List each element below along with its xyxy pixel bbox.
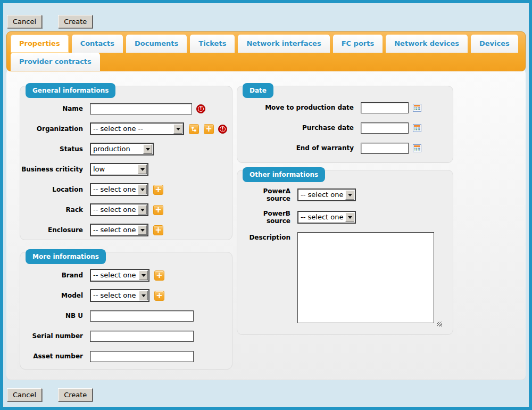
location-label: Location <box>20 186 90 193</box>
enclosure-label: Enclosure <box>20 226 90 234</box>
left-column: General informations Name ! Organization… <box>20 86 232 370</box>
general-informations-title: General informations <box>26 83 115 98</box>
dropdown-arrow-icon[interactable] <box>139 291 148 300</box>
general-informations-fieldset: General informations Name ! Organization… <box>20 86 232 240</box>
date-picker-button[interactable] <box>413 124 421 132</box>
model-select[interactable]: -- select one -- <box>90 289 149 302</box>
powerb-source-select[interactable]: -- select one -- <box>297 211 356 224</box>
add-location-button[interactable]: + <box>153 185 163 195</box>
tab-provider-contracts[interactable]: Provider contracts <box>11 53 100 71</box>
tab-properties[interactable]: Properties <box>11 35 69 53</box>
create-button[interactable]: Create <box>58 15 93 28</box>
validation-error-icon: ! <box>196 104 205 113</box>
calendar-icon <box>413 104 421 112</box>
bottom-action-bar: Cancel Create <box>7 388 529 401</box>
dropdown-arrow-icon[interactable] <box>138 225 147 235</box>
tab-contacts[interactable]: Contacts <box>72 35 123 53</box>
add-organization-button[interactable]: + <box>204 124 214 134</box>
description-label: Description <box>237 232 297 241</box>
date-picker-button[interactable] <box>413 144 421 152</box>
tab-bar: Properties Contacts Documents Tickets Ne… <box>6 31 526 71</box>
cancel-button[interactable]: Cancel <box>7 388 42 401</box>
date-picker-button[interactable] <box>413 104 421 112</box>
dropdown-arrow-icon[interactable] <box>345 190 354 200</box>
calendar-icon <box>413 124 421 132</box>
validation-error-icon: ! <box>218 125 227 134</box>
status-label: Status <box>20 145 90 153</box>
add-enclosure-button[interactable]: + <box>153 225 163 235</box>
other-informations-fieldset: Other informations PowerA source -- sele… <box>237 170 453 335</box>
dropdown-arrow-icon[interactable] <box>138 185 147 194</box>
itop-create-window: Cancel Create Properties Contacts Docume… <box>0 0 532 410</box>
cancel-button[interactable]: Cancel <box>7 15 42 28</box>
tab-network-devices[interactable]: Network devices <box>386 35 468 53</box>
add-model-button[interactable]: + <box>154 291 164 301</box>
more-informations-fieldset: More informations Brand -- select one --… <box>20 252 232 370</box>
dropdown-arrow-icon[interactable] <box>138 165 147 174</box>
field-row-purchase-date: Purchase date <box>237 121 453 134</box>
field-row-brand: Brand -- select one -- + <box>20 269 232 282</box>
calendar-icon <box>413 144 421 152</box>
dropdown-arrow-icon[interactable] <box>139 270 148 280</box>
dropdown-arrow-icon[interactable] <box>345 212 354 222</box>
asset-number-input[interactable] <box>90 351 194 362</box>
move-to-production-date-input[interactable] <box>361 102 409 113</box>
tab-row: Properties Contacts Documents Tickets Ne… <box>11 35 522 71</box>
right-column: Date Move to production date Pur <box>237 86 453 335</box>
description-textarea[interactable] <box>297 232 434 323</box>
dropdown-arrow-icon[interactable] <box>138 205 147 215</box>
tab-tickets[interactable]: Tickets <box>190 35 235 53</box>
asset-number-label: Asset number <box>20 352 90 360</box>
create-button[interactable]: Create <box>58 388 93 401</box>
powera-source-label: PowerA source <box>237 187 297 202</box>
serial-number-label: Serial number <box>20 332 90 340</box>
field-row-nb-u: NB U <box>20 309 232 322</box>
field-row-powerb-source: PowerB source -- select one -- <box>237 210 453 225</box>
hierarchy-browse-button[interactable] <box>189 124 199 134</box>
dropdown-arrow-icon[interactable] <box>143 144 152 154</box>
purchase-date-input[interactable] <box>361 122 409 134</box>
field-row-description: Description <box>237 232 453 323</box>
field-row-powera-source: PowerA source -- select one -- <box>237 187 453 202</box>
enclosure-select[interactable]: -- select one -- <box>90 224 148 236</box>
name-input[interactable] <box>90 103 192 114</box>
field-row-location: Location -- select one -- + <box>20 183 232 196</box>
end-of-warranty-label: End of warranty <box>237 144 361 152</box>
field-row-model: Model -- select one -- + <box>20 289 232 302</box>
resize-grip-icon[interactable] <box>437 322 442 326</box>
business-criticity-label: Business criticity <box>20 166 90 173</box>
brand-label: Brand <box>20 272 90 279</box>
brand-select[interactable]: -- select one -- <box>90 269 149 282</box>
dropdown-arrow-icon[interactable] <box>173 124 182 134</box>
properties-tab-panel: General informations Name ! Organization… <box>6 69 526 380</box>
tab-devices[interactable]: Devices <box>471 35 518 53</box>
powerb-source-label: PowerB source <box>237 210 297 225</box>
status-select[interactable]: production <box>90 143 154 155</box>
field-row-name: Name ! <box>20 102 232 115</box>
tab-documents[interactable]: Documents <box>126 35 187 53</box>
date-fieldset: Date Move to production date Pur <box>237 86 453 163</box>
powera-source-select[interactable]: -- select one -- <box>297 188 356 201</box>
rack-label: Rack <box>20 206 90 214</box>
name-label: Name <box>20 105 90 112</box>
rack-select[interactable]: -- select one -- <box>90 203 148 216</box>
end-of-warranty-input[interactable] <box>361 143 409 154</box>
field-row-status: Status production <box>20 143 232 155</box>
move-to-production-date-label: Move to production date <box>237 104 361 111</box>
business-criticity-select[interactable]: low <box>90 163 148 176</box>
organization-select[interactable]: -- select one -- <box>90 122 184 135</box>
location-select[interactable]: -- select one -- <box>90 183 148 196</box>
more-informations-title: More informations <box>26 249 106 264</box>
field-row-rack: Rack -- select one -- + <box>20 203 232 216</box>
nb-u-label: NB U <box>20 312 90 319</box>
add-brand-button[interactable]: + <box>154 270 164 281</box>
field-row-serial-number: Serial number <box>20 330 232 342</box>
serial-number-input[interactable] <box>90 331 194 342</box>
tab-fc-ports[interactable]: FC ports <box>333 35 383 53</box>
field-row-asset-number: Asset number <box>20 350 232 363</box>
field-row-end-of-warranty: End of warranty <box>237 142 453 154</box>
organization-label: Organization <box>20 125 90 133</box>
add-rack-button[interactable]: + <box>153 205 163 215</box>
tab-network-interfaces[interactable]: Network interfaces <box>238 35 329 53</box>
nb-u-input[interactable] <box>90 310 194 322</box>
